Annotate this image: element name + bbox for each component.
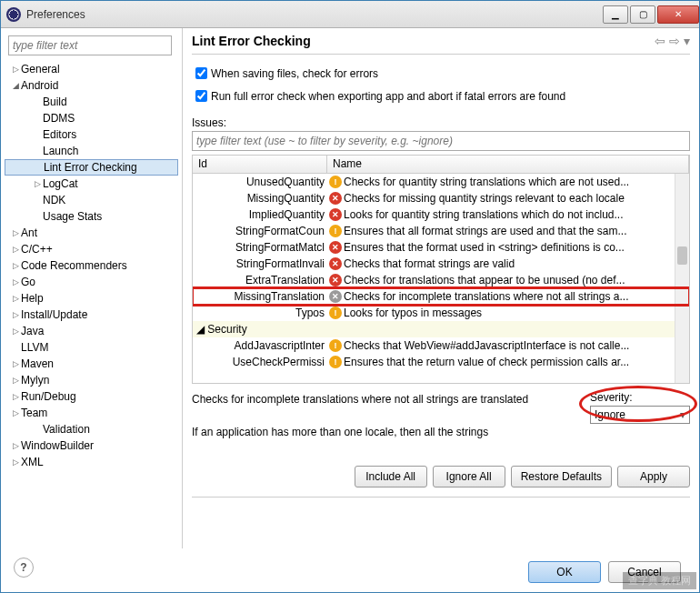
- tree-item-go[interactable]: ▷Go: [5, 274, 178, 290]
- table-row[interactable]: Typos!Looks for typos in messages: [193, 305, 689, 321]
- table-row[interactable]: UseCheckPermissi!Ensures that the return…: [193, 354, 689, 370]
- preferences-window: Preferences ▷General◢AndroidBuildDDMSEdi…: [0, 0, 700, 593]
- tree-item-usage-stats[interactable]: Usage Stats: [5, 208, 178, 225]
- severity-icon: !: [329, 356, 342, 368]
- watermark: 查字典 教程网: [623, 572, 696, 589]
- issue-description: Checks for incomplete translations where…: [192, 391, 581, 440]
- minimize-button[interactable]: [603, 5, 628, 24]
- tree-item-validation[interactable]: Validation: [5, 421, 178, 437]
- close-button[interactable]: [657, 5, 699, 24]
- severity-icon: ✕: [329, 192, 342, 205]
- table-row[interactable]: ImpliedQuantity✕Looks for quantity strin…: [193, 206, 689, 223]
- preferences-tree[interactable]: ▷General◢AndroidBuildDDMSEditorsLaunchLi…: [5, 61, 178, 470]
- table-row[interactable]: MissingQuantity✕Checks for missing quant…: [193, 190, 689, 206]
- chk-export-abort[interactable]: Run full error check when exporting app …: [192, 87, 690, 105]
- tree-item-ant[interactable]: ▷Ant: [5, 225, 178, 241]
- tree-item-logcat[interactable]: ▷LogCat: [5, 176, 178, 192]
- tree-item-mylyn[interactable]: ▷Mylyn: [5, 372, 178, 388]
- severity-icon: !: [329, 339, 342, 352]
- eclipse-icon: [6, 7, 21, 22]
- help-button[interactable]: ?: [14, 558, 34, 578]
- severity-icon: ✕: [329, 241, 342, 254]
- tree-filter-input[interactable]: [8, 35, 172, 55]
- severity-icon: !: [329, 307, 342, 319]
- tree-item-windowbuilder[interactable]: ▷WindowBuilder: [5, 437, 178, 454]
- table-row[interactable]: StringFormatCoun!Ensures that all format…: [193, 223, 689, 239]
- nav-back-icon[interactable]: ⇦: [655, 34, 665, 48]
- table-row[interactable]: MissingTranslation✕Checks for incomplete…: [193, 288, 689, 305]
- tree-item-android[interactable]: ◢Android: [5, 77, 178, 94]
- severity-label: Severity:: [590, 391, 690, 404]
- titlebar[interactable]: Preferences: [1, 1, 699, 28]
- restore-defaults-button[interactable]: Restore Defaults: [511, 466, 612, 487]
- window-title: Preferences: [26, 8, 601, 21]
- main-panel: Lint Error Checking ⇦ ⇨ ▾ When saving fi…: [183, 28, 699, 548]
- tree-item-build[interactable]: Build: [5, 94, 178, 110]
- nav-fwd-icon[interactable]: ⇨: [669, 34, 680, 48]
- severity-icon: ✕: [329, 208, 342, 221]
- issues-label: Issues:: [192, 116, 690, 129]
- tree-item-maven[interactable]: ▷Maven: [5, 356, 178, 372]
- sidebar: ▷General◢AndroidBuildDDMSEditorsLaunchLi…: [1, 28, 183, 548]
- tree-item-run-debug[interactable]: ▷Run/Debug: [5, 388, 178, 405]
- table-row[interactable]: StringFormatInvali✕Checks that format st…: [193, 256, 689, 272]
- severity-icon: ✕: [329, 290, 342, 303]
- ok-button[interactable]: OK: [528, 561, 601, 583]
- tree-item-code-recommenders[interactable]: ▷Code Recommenders: [5, 257, 178, 274]
- severity-icon: !: [329, 176, 342, 188]
- severity-icon: !: [329, 225, 342, 237]
- tree-item-editors[interactable]: Editors: [5, 126, 178, 143]
- chk-export-abort-box[interactable]: [195, 90, 207, 102]
- issues-table[interactable]: Id Name UnusedQuantity!Checks for quanti…: [192, 155, 690, 384]
- tree-item-general[interactable]: ▷General: [5, 61, 178, 77]
- ignore-all-button[interactable]: Ignore All: [433, 466, 505, 487]
- tree-item-java[interactable]: ▷Java: [5, 323, 178, 339]
- tree-item-ddms[interactable]: DDMS: [5, 110, 178, 126]
- chk-save-files[interactable]: When saving files, check for errors: [192, 65, 690, 82]
- tree-item-c-c-[interactable]: ▷C/C++: [5, 241, 178, 257]
- include-all-button[interactable]: Include All: [355, 466, 427, 487]
- severity-select[interactable]: Ignore: [590, 406, 690, 424]
- tree-item-lint-error-checking[interactable]: Lint Error Checking: [5, 159, 178, 176]
- col-header-id[interactable]: Id: [193, 156, 327, 173]
- table-row[interactable]: StringFormatMatcl✕Ensures that the forma…: [193, 239, 689, 256]
- maximize-button[interactable]: [630, 5, 655, 24]
- page-title: Lint Error Checking: [192, 34, 651, 48]
- apply-button[interactable]: Apply: [617, 466, 690, 487]
- tree-item-llvm[interactable]: LLVM: [5, 339, 178, 356]
- chk-save-files-box[interactable]: [195, 67, 207, 79]
- nav-menu-icon[interactable]: ▾: [684, 34, 690, 48]
- table-row[interactable]: ◢ Security: [193, 321, 689, 337]
- issues-filter-input[interactable]: [192, 131, 690, 151]
- tree-item-launch[interactable]: Launch: [5, 143, 178, 159]
- severity-icon: ✕: [329, 257, 342, 270]
- col-header-name[interactable]: Name: [327, 156, 689, 173]
- tree-item-ndk[interactable]: NDK: [5, 192, 178, 208]
- tree-item-xml[interactable]: ▷XML: [5, 454, 178, 470]
- table-scrollbar[interactable]: [675, 174, 689, 383]
- table-row[interactable]: AddJavascriptInter!Checks that WebView#a…: [193, 337, 689, 354]
- tree-item-help[interactable]: ▷Help: [5, 290, 178, 307]
- table-row[interactable]: ExtraTranslation✕Checks for translations…: [193, 272, 689, 288]
- scrollbar-thumb[interactable]: [677, 246, 687, 265]
- severity-icon: ✕: [329, 274, 342, 286]
- table-row[interactable]: UnusedQuantity!Checks for quantity strin…: [193, 174, 689, 190]
- tree-item-team[interactable]: ▷Team: [5, 405, 178, 421]
- tree-item-install-update[interactable]: ▷Install/Update: [5, 307, 178, 323]
